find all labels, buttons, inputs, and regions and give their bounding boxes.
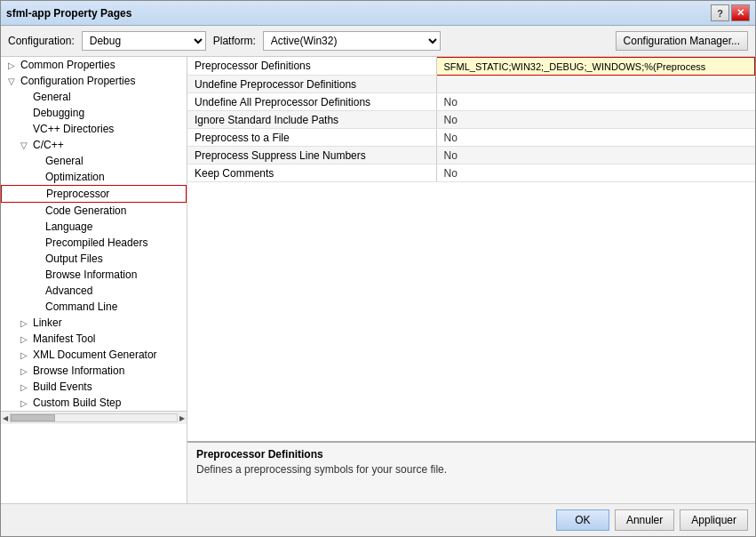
config-manager-button[interactable]: Configuration Manager... xyxy=(616,31,748,51)
tree-label-output-files: Output Files xyxy=(45,252,103,265)
table-row[interactable]: Preprocessor DefinitionsSFML_STATIC;WIN3… xyxy=(187,58,755,76)
property-pages-window: sfml-app Property Pages ? ✕ Configuratio… xyxy=(0,0,756,537)
tree-expander-configuration-properties: ▽ xyxy=(8,76,20,86)
property-value[interactable]: SFML_STATIC;WIN32;_DEBUG;_WINDOWS;%(Prep… xyxy=(436,58,755,76)
tree-label-general: General xyxy=(33,91,71,103)
tree-expander-xml-document-generator: ▷ xyxy=(20,350,33,360)
tree-expander-browse-information-top: ▷ xyxy=(20,366,33,376)
tree-label-common-properties: Common Properties xyxy=(20,59,115,71)
tree-item-debugging[interactable]: Debugging xyxy=(1,105,187,121)
tree-container: ▷Common Properties▽Configuration Propert… xyxy=(1,57,187,411)
tree-expander-common-properties: ▷ xyxy=(8,60,20,70)
cancel-button[interactable]: Annuler xyxy=(615,509,674,531)
table-row[interactable]: Keep CommentsNo xyxy=(187,164,755,182)
tree-label-advanced: Advanced xyxy=(45,285,92,297)
tree-label-vc-directories: VC++ Directories xyxy=(33,123,114,135)
properties-table-element: Preprocessor DefinitionsSFML_STATIC;WIN3… xyxy=(187,57,755,182)
tree-label-precompiled-headers: Precompiled Headers xyxy=(45,236,147,249)
property-value[interactable]: No xyxy=(436,111,755,129)
tree-item-preprocessor[interactable]: Preprocessor xyxy=(1,185,187,203)
property-table: Preprocessor DefinitionsSFML_STATIC;WIN3… xyxy=(187,57,755,441)
tree-item-custom-build-step[interactable]: ▷Custom Build Step xyxy=(1,395,187,411)
tree-item-optimization[interactable]: Optimization xyxy=(1,169,187,185)
tree-item-xml-document-generator[interactable]: ▷XML Document Generator xyxy=(1,347,187,363)
tree-item-general[interactable]: General xyxy=(1,89,187,105)
property-name: Preprocessor Definitions xyxy=(187,58,436,76)
tree-expander-build-events: ▷ xyxy=(20,382,33,392)
tree-label-browse-information-top: Browse Information xyxy=(33,365,124,377)
table-row[interactable]: Preprocess to a FileNo xyxy=(187,129,755,147)
config-select[interactable]: Debug xyxy=(82,31,206,51)
tree-expander-custom-build-step: ▷ xyxy=(20,398,33,408)
tree-label-xml-document-generator: XML Document Generator xyxy=(33,349,157,361)
tree-scrollbar[interactable]: ◀ ▶ xyxy=(1,411,187,424)
tree-item-browse-information[interactable]: Browse Information xyxy=(1,267,187,283)
tree-label-configuration-properties: Configuration Properties xyxy=(20,75,135,87)
tree-item-configuration-properties[interactable]: ▽Configuration Properties xyxy=(1,73,187,89)
platform-select[interactable]: Active(Win32) xyxy=(263,31,441,51)
tree-label-debugging: Debugging xyxy=(33,107,84,119)
property-name: Undefine Preprocessor Definitions xyxy=(187,76,436,93)
right-panel: Preprocessor DefinitionsSFML_STATIC;WIN3… xyxy=(187,57,755,503)
tree-item-output-files[interactable]: Output Files xyxy=(1,251,187,267)
apply-button[interactable]: Appliquer xyxy=(680,509,748,531)
scroll-right-icon[interactable]: ▶ xyxy=(179,414,185,422)
bottom-bar: OK Annuler Appliquer xyxy=(1,503,755,536)
property-value[interactable]: No xyxy=(436,129,755,147)
help-button[interactable]: ? xyxy=(711,4,729,21)
tree-expander-linker: ▷ xyxy=(20,318,33,328)
tree-label-preprocessor: Preprocessor xyxy=(46,188,109,200)
property-value[interactable] xyxy=(436,76,755,93)
tree-item-precompiled-headers[interactable]: Precompiled Headers xyxy=(1,235,187,251)
description-title: Preprocessor Definitions xyxy=(196,448,746,461)
table-row[interactable]: Undefine All Preprocessor DefinitionsNo xyxy=(187,93,755,111)
main-content: ▷Common Properties▽Configuration Propert… xyxy=(1,57,755,503)
tree-item-command-line[interactable]: Command Line xyxy=(1,299,187,315)
table-row[interactable]: Ignore Standard Include PathsNo xyxy=(187,111,755,129)
tree-label-linker: Linker xyxy=(33,317,62,329)
tree-label-manifest-tool: Manifest Tool xyxy=(33,333,95,345)
tree-label-command-line: Command Line xyxy=(45,301,117,313)
table-row[interactable]: Undefine Preprocessor Definitions xyxy=(187,76,755,93)
tree-item-manifest-tool[interactable]: ▷Manifest Tool xyxy=(1,331,187,347)
tree-item-build-events[interactable]: ▷Build Events xyxy=(1,379,187,395)
description-text: Defines a preprocessing symbols for your… xyxy=(196,463,746,476)
tree-item-language[interactable]: Language xyxy=(1,219,187,235)
title-bar: sfml-app Property Pages ? ✕ xyxy=(1,1,755,26)
tree-expander-manifest-tool: ▷ xyxy=(20,334,33,344)
tree-label-language: Language xyxy=(45,220,92,233)
property-value[interactable]: No xyxy=(436,93,755,111)
tree-item-cc-general[interactable]: General xyxy=(1,153,187,169)
scroll-left-icon[interactable]: ◀ xyxy=(3,414,8,422)
tree-expander-c-cpp: ▽ xyxy=(20,140,33,150)
tree-label-custom-build-step: Custom Build Step xyxy=(33,397,121,409)
tree-label-build-events: Build Events xyxy=(33,381,92,393)
toolbar: Configuration: Debug Platform: Active(Wi… xyxy=(1,26,755,57)
tree-item-browse-information-top[interactable]: ▷Browse Information xyxy=(1,363,187,379)
tree-item-code-generation[interactable]: Code Generation xyxy=(1,203,187,219)
tree-item-common-properties[interactable]: ▷Common Properties xyxy=(1,57,187,73)
close-button[interactable]: ✕ xyxy=(731,4,750,21)
tree-item-vc-directories[interactable]: VC++ Directories xyxy=(1,121,187,137)
tree-label-c-cpp: C/C++ xyxy=(33,139,64,151)
property-name: Preprocess Suppress Line Numbers xyxy=(187,147,436,164)
ok-button[interactable]: OK xyxy=(556,509,609,531)
window-title: sfml-app Property Pages xyxy=(6,7,131,20)
title-bar-buttons: ? ✕ xyxy=(711,4,750,21)
table-row[interactable]: Preprocess Suppress Line NumbersNo xyxy=(187,147,755,164)
property-name: Undefine All Preprocessor Definitions xyxy=(187,93,436,111)
tree-item-linker[interactable]: ▷Linker xyxy=(1,315,187,331)
tree-label-code-generation: Code Generation xyxy=(45,204,126,217)
property-value[interactable]: No xyxy=(436,164,755,182)
property-name: Ignore Standard Include Paths xyxy=(187,111,436,129)
config-label: Configuration: xyxy=(8,35,75,47)
tree-label-optimization: Optimization xyxy=(45,171,105,183)
tree-item-c-cpp[interactable]: ▽C/C++ xyxy=(1,137,187,153)
tree-item-advanced[interactable]: Advanced xyxy=(1,283,187,299)
platform-label: Platform: xyxy=(213,35,256,47)
property-name: Keep Comments xyxy=(187,164,436,182)
tree-panel: ▷Common Properties▽Configuration Propert… xyxy=(1,57,187,503)
tree-label-cc-general: General xyxy=(45,155,84,167)
tree-label-browse-information: Browse Information xyxy=(45,268,137,281)
property-value[interactable]: No xyxy=(436,147,755,164)
